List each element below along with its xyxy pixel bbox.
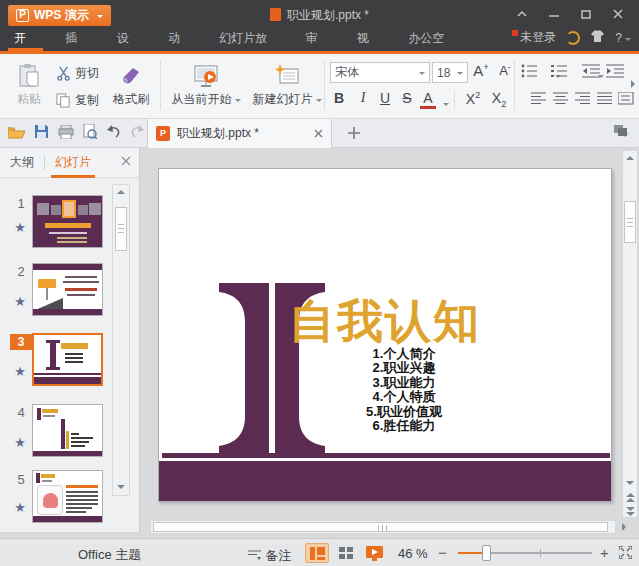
scroll-right-icon[interactable]: [622, 523, 626, 531]
thumbnail-art: [66, 431, 69, 449]
maximize-button[interactable]: [575, 6, 597, 22]
superscript-button[interactable]: X2: [462, 90, 484, 107]
subscript-button[interactable]: X2: [488, 90, 510, 109]
collapse-ribbon-button[interactable]: [511, 6, 533, 22]
skin-icon[interactable]: [590, 30, 605, 46]
wps-points-icon[interactable]: [566, 31, 580, 45]
font-color-button[interactable]: A: [420, 90, 436, 109]
format-painter-button[interactable]: 格式刷: [108, 60, 154, 112]
horizontal-scrollbar[interactable]: [150, 520, 616, 534]
slide-thumbnail-5[interactable]: [32, 470, 103, 523]
scroll-down-icon[interactable]: [626, 481, 634, 485]
scroll-up-icon[interactable]: [626, 156, 634, 160]
underline-button[interactable]: U: [374, 90, 396, 106]
close-window-button[interactable]: [607, 6, 629, 22]
close-panel-icon[interactable]: [121, 156, 131, 166]
close-tab-icon[interactable]: [314, 129, 323, 138]
slide-content-list[interactable]: 1.个人简介 2.职业兴趣 3.职业能力 4.个人特质 5.职业价值观 6.胜任…: [279, 347, 529, 433]
notes-button[interactable]: 备注: [248, 547, 291, 565]
slide-thumbnail-2[interactable]: [32, 263, 103, 316]
previous-slide-icon[interactable]: [625, 493, 636, 503]
transition-star-icon[interactable]: ★: [10, 500, 30, 515]
tab-insert[interactable]: 插入: [51, 27, 102, 51]
slideshow-button[interactable]: [362, 543, 386, 563]
open-button[interactable]: [8, 125, 25, 142]
login-button[interactable]: 未登录: [512, 29, 556, 46]
distribute-text-button[interactable]: [618, 92, 634, 108]
slide-sorter-icon: [339, 547, 353, 560]
align-center-button[interactable]: [553, 92, 568, 107]
slide-section-title[interactable]: 自我认知: [289, 291, 481, 353]
tab-design[interactable]: 设计: [103, 27, 154, 51]
bold-button[interactable]: B: [328, 90, 350, 106]
tab-slideshow[interactable]: 幻灯片放映: [205, 27, 291, 51]
new-document-tab-button[interactable]: [344, 123, 364, 143]
open-folder-icon: [8, 125, 25, 139]
undo-button[interactable]: [106, 125, 121, 141]
cut-button[interactable]: 剪切: [56, 62, 99, 84]
transition-star-icon[interactable]: ★: [10, 435, 30, 450]
zoom-in-button[interactable]: +: [600, 544, 609, 561]
align-left-button[interactable]: [531, 92, 546, 107]
shrink-font-button[interactable]: A-: [494, 62, 516, 78]
slide-thumbnail-1[interactable]: [32, 195, 103, 248]
print-preview-button[interactable]: [83, 124, 97, 142]
tab-office-space[interactable]: 办公空间: [394, 27, 469, 51]
vertical-scrollbar[interactable]: [622, 150, 638, 518]
slide-thumbnail-4[interactable]: [32, 404, 103, 457]
list-item: 3.职业能力: [279, 376, 529, 390]
fit-slide-button[interactable]: [619, 546, 632, 562]
theme-label[interactable]: Office 主题: [78, 546, 141, 564]
copy-button[interactable]: 复制: [56, 89, 99, 111]
normal-view-button[interactable]: [305, 543, 329, 563]
decrease-indent-icon: [582, 64, 600, 78]
scrollbar-thumb[interactable]: [153, 522, 608, 532]
scrollbar-thumb[interactable]: [115, 207, 127, 251]
grow-font-button[interactable]: A+: [470, 62, 492, 79]
document-tab[interactable]: P 职业规划.pptx *: [147, 119, 332, 148]
bullet-list-button[interactable]: [521, 64, 538, 81]
save-button[interactable]: [34, 124, 49, 142]
thumbnail-art: [42, 409, 58, 413]
slide-canvas[interactable]: 自我认知 1.个人简介 2.职业兴趣 3.职业能力 4.个人特质 5.职业价值观…: [158, 168, 612, 502]
minimize-button[interactable]: [543, 6, 565, 22]
tab-review[interactable]: 审阅: [292, 27, 343, 51]
play-from-current-button[interactable]: 从当前开始: [168, 60, 244, 112]
slide-sorter-view-button[interactable]: [334, 543, 358, 563]
transition-star-icon[interactable]: ★: [10, 364, 30, 379]
tab-home[interactable]: 开始: [0, 27, 51, 51]
help-button[interactable]: ?: [615, 31, 631, 45]
slide-thumbnail-3[interactable]: [32, 333, 103, 386]
transition-star-icon[interactable]: ★: [10, 294, 30, 309]
redo-button[interactable]: [130, 125, 145, 141]
tab-slides[interactable]: 幻灯片: [45, 148, 101, 178]
thumbnail-art: [71, 437, 93, 439]
justify-button[interactable]: [597, 92, 612, 107]
scroll-up-icon[interactable]: [117, 190, 125, 194]
ribbon-more-button[interactable]: [631, 80, 635, 88]
print-button[interactable]: [58, 125, 74, 142]
tab-outline[interactable]: 大纲: [0, 148, 44, 178]
italic-button[interactable]: I: [352, 90, 374, 106]
next-slide-icon[interactable]: [625, 506, 636, 516]
switch-windows-button[interactable]: [613, 124, 629, 141]
zoom-slider-handle[interactable]: [482, 545, 491, 561]
strikethrough-button[interactable]: S: [396, 90, 418, 106]
new-slide-button[interactable]: 新建幻灯片: [248, 60, 326, 112]
zoom-out-button[interactable]: −: [438, 544, 447, 561]
scroll-down-icon[interactable]: [117, 485, 125, 489]
transition-star-icon[interactable]: ★: [10, 220, 30, 235]
thumbnail-art: [34, 377, 101, 384]
tab-view[interactable]: 视图: [343, 27, 394, 51]
increase-indent-button[interactable]: [606, 64, 624, 81]
scrollbar-thumb[interactable]: [624, 201, 636, 243]
font-size-select[interactable]: 18: [432, 62, 468, 83]
chevron-down-icon[interactable]: [443, 103, 449, 109]
numbered-list-button[interactable]: [551, 64, 568, 81]
align-right-button[interactable]: [575, 92, 590, 107]
thumbnail-scrollbar[interactable]: [112, 184, 130, 496]
paste-button[interactable]: 粘贴: [8, 60, 50, 112]
font-name-select[interactable]: 宋体: [330, 62, 430, 83]
decrease-indent-button[interactable]: [582, 64, 600, 81]
tab-animation[interactable]: 动画: [154, 27, 205, 51]
